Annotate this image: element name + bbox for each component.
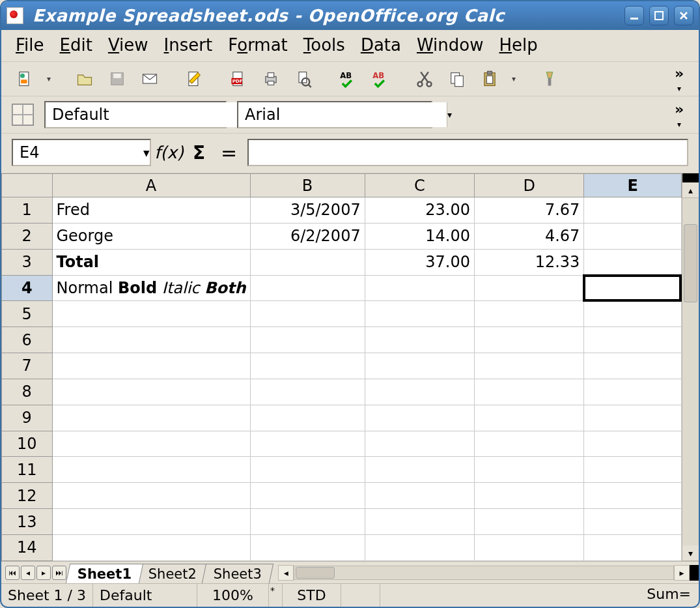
cell[interactable]: George (52, 223, 250, 249)
cell[interactable] (584, 405, 682, 431)
cell[interactable] (365, 327, 474, 353)
font-name-combo[interactable]: ▾ (237, 101, 432, 128)
cell[interactable] (584, 275, 682, 301)
cell[interactable]: 6/2/2007 (250, 223, 365, 249)
formatting-overflow[interactable]: »▾ (670, 100, 688, 129)
function-wizard-icon[interactable]: f(x) (158, 141, 181, 164)
row-header[interactable]: 11 (2, 457, 53, 483)
row-header[interactable]: 7 (2, 353, 53, 379)
status-page-style[interactable]: Default (93, 584, 197, 607)
menu-insert[interactable]: Insert (164, 35, 213, 55)
cell[interactable] (584, 431, 682, 457)
scroll-up-icon[interactable]: ▴ (682, 182, 699, 198)
cell[interactable] (365, 457, 474, 483)
cell[interactable] (250, 275, 365, 301)
row-header[interactable]: 8 (2, 379, 53, 405)
scroll-down-icon[interactable]: ▾ (682, 545, 699, 561)
cell[interactable] (584, 534, 682, 560)
col-header-D[interactable]: D (475, 174, 584, 197)
maximize-button[interactable] (649, 6, 669, 25)
font-name-dropdown[interactable]: ▾ (447, 102, 452, 127)
cell[interactable] (365, 483, 474, 509)
cell[interactable] (52, 353, 250, 379)
cell[interactable] (250, 405, 365, 431)
cell[interactable]: 12.33 (475, 249, 584, 275)
minimize-button[interactable] (624, 6, 644, 25)
tab-nav-first[interactable]: ⏮ (5, 566, 20, 580)
cell[interactable] (475, 275, 584, 301)
cell[interactable] (52, 301, 250, 327)
cell[interactable] (52, 534, 250, 560)
cell[interactable] (365, 405, 474, 431)
export-pdf-icon[interactable]: PDF (225, 66, 251, 92)
cell[interactable] (475, 483, 584, 509)
row-header[interactable]: 3 (2, 249, 53, 275)
cell[interactable]: 4.67 (475, 223, 584, 249)
cell[interactable] (250, 353, 365, 379)
cell[interactable] (250, 534, 365, 560)
row-header[interactable]: 1 (2, 197, 53, 224)
cell[interactable] (365, 534, 474, 560)
cell[interactable] (52, 405, 250, 431)
cell[interactable]: 37.00 (365, 249, 474, 275)
cell[interactable] (475, 301, 584, 327)
col-header-B[interactable]: B (250, 174, 365, 197)
font-name-input[interactable] (238, 102, 447, 127)
tab-nav-next[interactable]: ▸ (36, 566, 51, 580)
status-sum[interactable]: Sum= (639, 584, 699, 607)
mail-icon[interactable] (137, 66, 163, 92)
hscroll-track[interactable] (294, 566, 674, 580)
cell[interactable] (52, 431, 250, 457)
cell[interactable] (365, 379, 474, 405)
cell[interactable] (584, 249, 682, 275)
cell[interactable] (52, 483, 250, 509)
sheet-tab[interactable]: Sheet1 (66, 564, 144, 583)
print-preview-icon[interactable] (290, 66, 316, 92)
row-header[interactable]: 6 (2, 327, 53, 353)
cell[interactable] (250, 327, 365, 353)
cell[interactable]: 7.67 (475, 197, 584, 224)
cell[interactable] (365, 431, 474, 457)
paste-icon[interactable] (477, 66, 503, 92)
cell[interactable] (250, 431, 365, 457)
copy-icon[interactable] (444, 66, 470, 92)
format-paintbrush-icon[interactable] (537, 66, 563, 92)
cell[interactable]: 14.00 (365, 223, 474, 249)
cell[interactable] (365, 353, 474, 379)
status-insert-mode[interactable] (269, 584, 283, 607)
cell[interactable] (584, 301, 682, 327)
hscroll-thumb[interactable] (296, 567, 335, 579)
cell[interactable]: Total (52, 249, 250, 275)
cell[interactable]: 23.00 (365, 197, 474, 224)
menu-data[interactable]: Data (361, 35, 401, 55)
toolbar-overflow[interactable]: »▾ (670, 65, 688, 93)
cell[interactable] (52, 327, 250, 353)
sheet-tab[interactable]: Sheet2 (137, 564, 208, 583)
print-icon[interactable] (258, 66, 284, 92)
formula-equals-icon[interactable]: = (217, 141, 241, 164)
paste-dropdown[interactable]: ▾ (509, 74, 518, 83)
cell[interactable] (584, 353, 682, 379)
cell[interactable] (584, 483, 682, 509)
scroll-left-icon[interactable]: ◂ (278, 565, 294, 581)
cell[interactable] (365, 275, 474, 301)
menu-format[interactable]: Format (228, 35, 288, 55)
cell[interactable] (584, 197, 682, 224)
cell[interactable] (52, 379, 250, 405)
horizontal-scrollbar[interactable]: ◂ ▸ (278, 565, 699, 581)
spreadsheet-grid[interactable]: A B C D E 1Fred3/5/200723.007.672George6… (1, 173, 682, 561)
col-header-E[interactable]: E (584, 174, 682, 197)
cell[interactable] (250, 457, 365, 483)
spellcheck-icon[interactable]: AB (335, 66, 361, 92)
hsplit-handle[interactable] (690, 565, 699, 581)
vertical-scrollbar[interactable]: ▴ ▾ (682, 173, 699, 561)
cell[interactable] (475, 353, 584, 379)
cell[interactable] (250, 249, 365, 275)
cell[interactable] (475, 509, 584, 535)
cell-style-input[interactable] (46, 102, 254, 127)
menu-window[interactable]: Window (417, 35, 484, 55)
cell[interactable] (365, 301, 474, 327)
col-header-C[interactable]: C (365, 174, 474, 197)
cell[interactable] (584, 327, 682, 353)
scroll-right-icon[interactable]: ▸ (674, 565, 690, 581)
